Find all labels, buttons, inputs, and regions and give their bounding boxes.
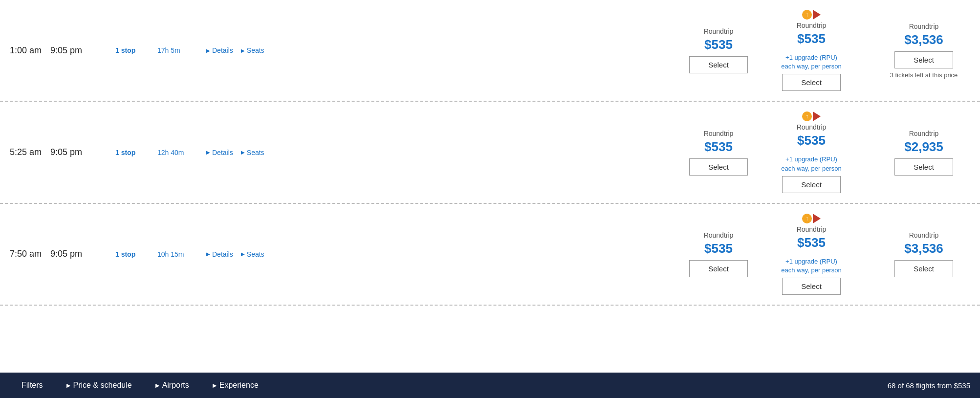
tickets-left-notice: 3 tickets left at this price — [875, 71, 973, 79]
price-col-basic: Roundtrip $535 Select — [682, 27, 755, 73]
flight-duration: 10h 15m — [157, 250, 196, 258]
details-link[interactable]: Details — [206, 250, 233, 258]
flight-row-1: 1:00 am 9:05 pm 1 stop 17h 5m Details Se… — [0, 0, 980, 102]
select-button-basic[interactable]: Select — [689, 158, 748, 176]
flight-duration: 12h 40m — [157, 149, 196, 156]
seats-link[interactable]: Seats — [241, 149, 264, 156]
price-col-upgrade: ↑ Roundtrip $535 +1 upgrade (RPU)each wa… — [755, 111, 868, 193]
price-amount-2: $535 — [797, 31, 826, 46]
select-button-upgrade[interactable]: Select — [782, 278, 841, 295]
flight-times-3: 7:50 am 9:05 pm — [10, 249, 108, 259]
red-arrow-icon — [813, 10, 821, 20]
roundtrip-label-3: Roundtrip — [909, 130, 939, 137]
roundtrip-label-1: Roundtrip — [704, 130, 734, 137]
depart-time: 7:50 am — [10, 249, 42, 259]
flight-times-2: 5:25 am 9:05 pm — [10, 147, 108, 157]
flight-row-3: 7:50 am 9:05 pm 1 stop 10h 15m Details S… — [0, 204, 980, 306]
flight-links: Details Seats — [206, 149, 294, 156]
flight-row-2: 5:25 am 9:05 pm 1 stop 12h 40m Details S… — [0, 102, 980, 203]
price-col-premium: Roundtrip $3,536 Select — [868, 231, 980, 277]
select-button-basic[interactable]: Select — [689, 260, 748, 277]
flight-info-3: 7:50 am 9:05 pm 1 stop 10h 15m Details S… — [10, 214, 682, 295]
price-amount-3: $2,935 — [904, 139, 943, 155]
arrive-time: 9:05 pm — [50, 147, 82, 157]
price-amount-1: $535 — [704, 241, 733, 256]
red-arrow-icon — [813, 111, 821, 121]
select-button-premium[interactable]: Select — [894, 260, 953, 277]
seats-link[interactable]: Seats — [241, 250, 264, 258]
upgrade-text: +1 upgrade (RPU)each way, per person — [781, 155, 841, 173]
upgrade-icon-group: ↑ — [802, 111, 821, 121]
upgrade-text: +1 upgrade (RPU)each way, per person — [781, 53, 841, 71]
price-amount-2: $535 — [797, 133, 826, 148]
roundtrip-label-3: Roundtrip — [909, 22, 939, 30]
price-col-upgrade: ↑ Roundtrip $535 +1 upgrade (RPU)each wa… — [755, 214, 868, 295]
roundtrip-label-2: Roundtrip — [797, 225, 827, 233]
upgrade-icon-group: ↑ — [802, 10, 821, 20]
stops-count: 1 stop — [115, 250, 150, 258]
seats-link[interactable]: Seats — [241, 46, 264, 54]
flight-info-2: 5:25 am 9:05 pm 1 stop 12h 40m Details S… — [10, 111, 682, 193]
gold-circle-icon: ↑ — [802, 214, 812, 223]
roundtrip-label-2: Roundtrip — [797, 123, 827, 131]
flight-duration: 17h 5m — [157, 46, 196, 54]
pricing-section-2: Roundtrip $535 Select ↑ Roundtrip $535 +… — [682, 111, 980, 193]
pricing-section-1: Roundtrip $535 Select ↑ Roundtrip $535 +… — [682, 10, 980, 91]
flight-links: Details Seats — [206, 46, 294, 54]
details-link[interactable]: Details — [206, 149, 233, 156]
price-col-premium: Roundtrip $2,935 Select — [868, 130, 980, 176]
roundtrip-label-1: Roundtrip — [704, 231, 734, 239]
pricing-section-3: Roundtrip $535 Select ↑ Roundtrip $535 +… — [682, 214, 980, 295]
stops-count: 1 stop — [115, 149, 150, 156]
arrive-time: 9:05 pm — [50, 249, 82, 259]
details-link[interactable]: Details — [206, 46, 233, 54]
select-button-upgrade[interactable]: Select — [782, 74, 841, 91]
price-col-premium: Roundtrip $3,536 Select 3 tickets left a… — [868, 22, 980, 79]
select-button-basic[interactable]: Select — [689, 56, 748, 73]
flight-info-1: 1:00 am 9:05 pm 1 stop 17h 5m Details Se… — [10, 10, 682, 91]
stops-count: 1 stop — [115, 46, 150, 54]
roundtrip-label-3: Roundtrip — [909, 231, 939, 239]
upgrade-text: +1 upgrade (RPU)each way, per person — [781, 257, 841, 275]
price-amount-3: $3,536 — [904, 241, 943, 256]
depart-time: 5:25 am — [10, 147, 42, 157]
price-amount-2: $535 — [797, 235, 826, 250]
gold-circle-icon: ↑ — [802, 10, 812, 20]
price-amount-1: $535 — [704, 37, 733, 52]
flight-links: Details Seats — [206, 250, 294, 258]
price-amount-1: $535 — [704, 139, 733, 155]
price-col-basic: Roundtrip $535 Select — [682, 130, 755, 176]
select-button-premium[interactable]: Select — [894, 51, 953, 68]
price-amount-3: $3,536 — [904, 32, 943, 47]
roundtrip-label-2: Roundtrip — [797, 22, 827, 29]
select-button-premium[interactable]: Select — [894, 158, 953, 176]
price-col-upgrade: ↑ Roundtrip $535 +1 upgrade (RPU)each wa… — [755, 10, 868, 91]
price-col-basic: Roundtrip $535 Select — [682, 231, 755, 277]
arrive-time: 9:05 pm — [50, 45, 82, 56]
roundtrip-label-1: Roundtrip — [704, 27, 734, 35]
gold-circle-icon: ↑ — [802, 111, 812, 121]
flight-times-1: 1:00 am 9:05 pm — [10, 45, 108, 56]
red-arrow-icon — [813, 214, 821, 223]
depart-time: 1:00 am — [10, 45, 42, 56]
select-button-upgrade[interactable]: Select — [782, 176, 841, 193]
upgrade-icon-group: ↑ — [802, 214, 821, 223]
